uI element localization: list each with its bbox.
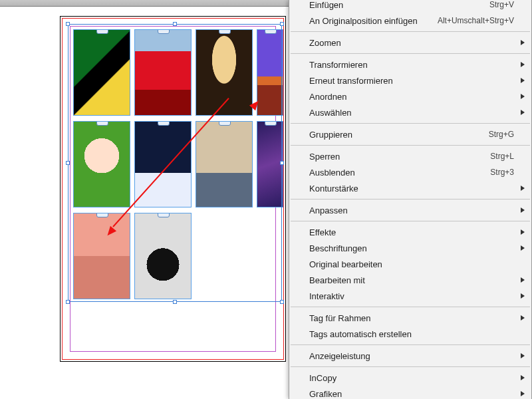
menu-item-anzeigeleistung[interactable]: Anzeigeleistung: [289, 348, 531, 364]
menu-item-anpassen[interactable]: Anpassen: [289, 202, 531, 218]
menu-item-sperren[interactable]: Sperren Strg+L: [289, 148, 531, 164]
menu-item-label: Grafiken: [309, 389, 342, 399]
image-thumb-baby: [74, 122, 130, 207]
menu-item-gruppieren[interactable]: Gruppieren Strg+G: [289, 126, 531, 142]
context-menu: Einfügen Strg+V An Originalposition einf…: [289, 0, 532, 399]
image-thumb-motorbike: [135, 213, 191, 299]
menu-item-shortcut: Strg+L: [490, 152, 514, 161]
menu-separator: [291, 53, 530, 54]
menu-item-tags-automatisch[interactable]: Tags automatisch erstellen: [289, 326, 531, 342]
menu-separator: [291, 366, 530, 367]
menu-item-label: Gruppieren: [309, 130, 352, 140]
menu-item-label: Effekte: [309, 227, 336, 237]
menu-item-einfugen[interactable]: Einfügen Strg+V: [289, 0, 531, 13]
menu-item-label: InCopy: [309, 373, 336, 383]
menu-item-label: Erneut transformieren: [309, 76, 393, 86]
menu-item-label: Beschriftungen: [309, 243, 367, 253]
menu-item-effekte[interactable]: Effekte: [289, 224, 531, 240]
menu-item-label: Original bearbeiten: [309, 259, 382, 269]
menu-item-original-bearbeiten[interactable]: Original bearbeiten: [289, 256, 531, 272]
image-frame[interactable]: [134, 29, 192, 116]
page-margin-guides: [70, 26, 276, 352]
menu-item-label: Auswählen: [309, 108, 352, 118]
menu-item-transformieren[interactable]: Transformieren: [289, 57, 531, 72]
image-frame[interactable]: [134, 213, 192, 299]
menu-item-ausblenden[interactable]: Ausblenden Strg+3: [289, 164, 531, 180]
menu-item-label: Sperren: [309, 152, 340, 162]
menu-item-label: Interaktiv: [309, 291, 344, 301]
menu-item-beschriftungen[interactable]: Beschriftungen: [289, 240, 531, 256]
menu-item-label: Tag für Rahmen: [309, 313, 371, 323]
menu-item-erneut-transformieren[interactable]: Erneut transformieren: [289, 72, 531, 88]
menu-item-shortcut: Alt+Umschalt+Strg+V: [438, 16, 514, 25]
image-thumb-drums: [257, 122, 283, 207]
image-thumb-cat: [196, 122, 252, 207]
menu-item-anordnen[interactable]: Anordnen: [289, 88, 531, 104]
page-outline: [60, 16, 286, 362]
menu-item-grafiken[interactable]: Grafiken: [289, 386, 531, 399]
menu-item-konturstaerke[interactable]: Konturstärke: [289, 180, 531, 196]
menu-item-label: Anordnen: [309, 92, 346, 102]
menu-item-label: Konturstärke: [309, 184, 358, 194]
menu-item-label: Ausblenden: [309, 168, 355, 178]
menu-item-incopy[interactable]: InCopy: [289, 370, 531, 386]
menu-item-label: Tags automatisch erstellen: [309, 329, 412, 339]
image-thumb-sunset: [257, 30, 283, 115]
menu-item-label: Anpassen: [309, 205, 348, 215]
menu-item-interaktiv[interactable]: Interaktiv: [289, 288, 531, 304]
menu-item-label: Transformieren: [309, 60, 368, 70]
menu-item-shortcut: Strg+V: [489, 0, 514, 9]
menu-item-shortcut: Strg+G: [489, 130, 514, 139]
image-frame[interactable]: [257, 121, 283, 207]
menu-item-zoomen[interactable]: Zoomen: [289, 35, 531, 51]
menu-item-label: An Originalposition einfügen: [309, 16, 418, 26]
menu-separator: [291, 145, 530, 146]
menu-item-shortcut: Strg+3: [490, 168, 514, 177]
menu-item-label: Bearbeiten mit: [309, 275, 365, 285]
menu-item-label: Einfügen: [309, 0, 343, 10]
menu-item-bearbeiten-mit[interactable]: Bearbeiten mit: [289, 272, 531, 288]
image-frame[interactable]: [196, 121, 253, 207]
menu-item-tag-fuer-rahmen[interactable]: Tag für Rahmen: [289, 310, 531, 326]
image-thumb-elephant: [74, 213, 130, 299]
image-thumb-toucan: [74, 30, 130, 115]
image-frame[interactable]: [73, 121, 130, 207]
menu-item-label: Anzeigeleistung: [309, 351, 370, 361]
menu-separator: [291, 344, 530, 345]
menu-separator: [291, 199, 530, 200]
menu-item-an-originalposition[interactable]: An Originalposition einfügen Alt+Umschal…: [289, 13, 531, 29]
menu-item-label: Zoomen: [309, 38, 341, 48]
menu-separator: [291, 123, 530, 124]
menu-item-auswaehlen[interactable]: Auswählen: [289, 104, 531, 120]
image-frame[interactable]: [73, 213, 130, 299]
menu-separator: [291, 221, 530, 221]
image-thumb-woman-car: [135, 30, 191, 115]
image-frame[interactable]: [73, 29, 130, 116]
menu-separator: [291, 307, 530, 307]
menu-separator: [291, 31, 530, 32]
